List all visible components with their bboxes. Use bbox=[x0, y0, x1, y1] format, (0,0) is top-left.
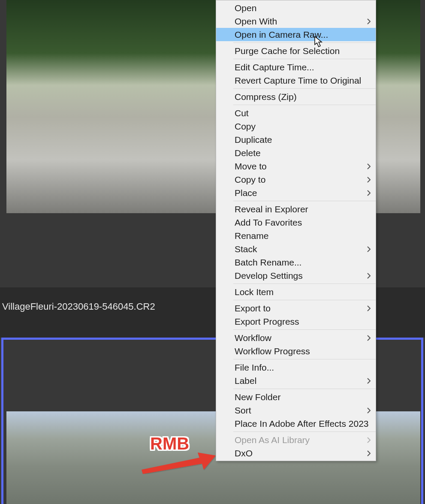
menu-dxo-label: DxO bbox=[235, 448, 253, 458]
menu-separator bbox=[233, 59, 376, 59]
menu-purge-cache[interactable]: Purge Cache for Selection bbox=[216, 44, 376, 57]
chevron-right-icon bbox=[367, 378, 371, 384]
menu-batch-rename-label: Batch Rename... bbox=[235, 257, 301, 267]
menu-file-info[interactable]: File Info... bbox=[216, 361, 376, 374]
chevron-right-icon bbox=[367, 305, 371, 311]
menu-open-ai-library-label: Open As AI Library bbox=[235, 435, 310, 445]
menu-open-label: Open bbox=[235, 3, 256, 13]
chevron-right-icon bbox=[367, 273, 371, 279]
menu-new-folder[interactable]: New Folder bbox=[216, 390, 376, 404]
menu-reveal-explorer-label: Reveal in Explorer bbox=[235, 204, 308, 214]
menu-develop-settings-label: Develop Settings bbox=[235, 271, 303, 281]
chevron-right-icon bbox=[367, 18, 371, 24]
menu-export-progress[interactable]: Export Progress bbox=[216, 315, 376, 328]
menu-copy-to-label: Copy to bbox=[235, 175, 265, 184]
menu-compress-zip[interactable]: Compress (Zip) bbox=[216, 90, 376, 103]
menu-separator bbox=[233, 88, 376, 89]
menu-revert-capture-time[interactable]: Revert Capture Time to Original bbox=[216, 74, 376, 87]
menu-compress-zip-label: Compress (Zip) bbox=[235, 92, 297, 102]
menu-place-label: Place bbox=[235, 188, 257, 198]
menu-workflow-progress[interactable]: Workflow Progress bbox=[216, 344, 376, 358]
menu-separator bbox=[233, 359, 376, 359]
menu-dxo[interactable]: DxO bbox=[216, 447, 376, 460]
menu-label[interactable]: Label bbox=[216, 374, 376, 387]
chevron-right-icon bbox=[367, 177, 371, 183]
menu-purge-cache-label: Purge Cache for Selection bbox=[235, 46, 340, 56]
menu-workflow-progress-label: Workflow Progress bbox=[235, 346, 310, 356]
menu-move-to-label: Move to bbox=[235, 161, 267, 171]
menu-sort-label: Sort bbox=[235, 405, 251, 415]
menu-edit-capture-time-label: Edit Capture Time... bbox=[235, 62, 314, 72]
menu-place[interactable]: Place bbox=[216, 186, 376, 199]
menu-separator bbox=[233, 284, 376, 284]
menu-open-with-label: Open With bbox=[235, 16, 277, 26]
menu-reveal-explorer[interactable]: Reveal in Explorer bbox=[216, 202, 376, 216]
menu-open[interactable]: Open bbox=[216, 1, 376, 15]
menu-lock-item-label: Lock Item bbox=[235, 287, 274, 297]
menu-duplicate[interactable]: Duplicate bbox=[216, 133, 376, 146]
menu-edit-capture-time[interactable]: Edit Capture Time... bbox=[216, 60, 376, 74]
menu-workflow-label: Workflow bbox=[235, 333, 271, 343]
menu-duplicate-label: Duplicate bbox=[235, 135, 272, 145]
menu-separator bbox=[233, 432, 376, 432]
menu-copy-label: Copy bbox=[235, 121, 256, 131]
menu-sort[interactable]: Sort bbox=[216, 404, 376, 417]
menu-add-favorites-label: Add To Favorites bbox=[235, 217, 302, 227]
menu-batch-rename[interactable]: Batch Rename... bbox=[216, 256, 376, 269]
chevron-right-icon bbox=[367, 437, 371, 443]
menu-delete-label: Delete bbox=[235, 148, 261, 158]
menu-copy[interactable]: Copy bbox=[216, 120, 376, 133]
menu-separator bbox=[233, 42, 376, 43]
menu-separator bbox=[233, 389, 376, 389]
chevron-right-icon bbox=[367, 407, 371, 413]
menu-export-progress-label: Export Progress bbox=[235, 317, 299, 326]
menu-export-to-label: Export to bbox=[235, 303, 271, 313]
chevron-right-icon bbox=[367, 163, 371, 169]
menu-stack[interactable]: Stack bbox=[216, 242, 376, 256]
menu-place-ae[interactable]: Place In Adobe After Effects 2023 bbox=[216, 417, 376, 430]
chevron-right-icon bbox=[367, 190, 371, 196]
menu-place-ae-label: Place In Adobe After Effects 2023 bbox=[235, 419, 369, 429]
menu-separator bbox=[233, 105, 376, 105]
menu-revert-capture-time-label: Revert Capture Time to Original bbox=[235, 75, 361, 85]
menu-separator bbox=[233, 201, 376, 201]
context-menu[interactable]: OpenOpen WithOpen in Camera Raw...Purge … bbox=[216, 0, 376, 461]
menu-stack-label: Stack bbox=[235, 244, 257, 254]
menu-open-ai-library: Open As AI Library bbox=[216, 433, 376, 447]
chevron-right-icon bbox=[367, 335, 371, 341]
filename-label: VillageFleuri-20230619-546045.CR2 bbox=[2, 301, 155, 312]
menu-open-with[interactable]: Open With bbox=[216, 15, 376, 28]
menu-separator bbox=[233, 329, 376, 330]
chevron-right-icon bbox=[367, 246, 371, 252]
menu-move-to[interactable]: Move to bbox=[216, 160, 376, 173]
menu-new-folder-label: New Folder bbox=[235, 392, 280, 402]
menu-separator bbox=[233, 300, 376, 300]
menu-file-info-label: File Info... bbox=[235, 362, 274, 372]
menu-develop-settings[interactable]: Develop Settings bbox=[216, 269, 376, 282]
menu-label-label: Label bbox=[235, 376, 256, 386]
menu-export-to[interactable]: Export to bbox=[216, 302, 376, 315]
menu-open-camera-raw[interactable]: Open in Camera Raw... bbox=[216, 28, 376, 41]
menu-cut-label: Cut bbox=[235, 108, 249, 118]
menu-copy-to[interactable]: Copy to bbox=[216, 173, 376, 186]
menu-workflow[interactable]: Workflow bbox=[216, 331, 376, 344]
menu-add-favorites[interactable]: Add To Favorites bbox=[216, 216, 376, 229]
menu-rename-label: Rename bbox=[235, 231, 268, 241]
chevron-right-icon bbox=[367, 450, 371, 456]
menu-open-camera-raw-label: Open in Camera Raw... bbox=[235, 30, 328, 39]
menu-rename[interactable]: Rename bbox=[216, 229, 376, 242]
menu-cut[interactable]: Cut bbox=[216, 106, 376, 120]
menu-lock-item[interactable]: Lock Item bbox=[216, 285, 376, 299]
menu-delete[interactable]: Delete bbox=[216, 146, 376, 160]
